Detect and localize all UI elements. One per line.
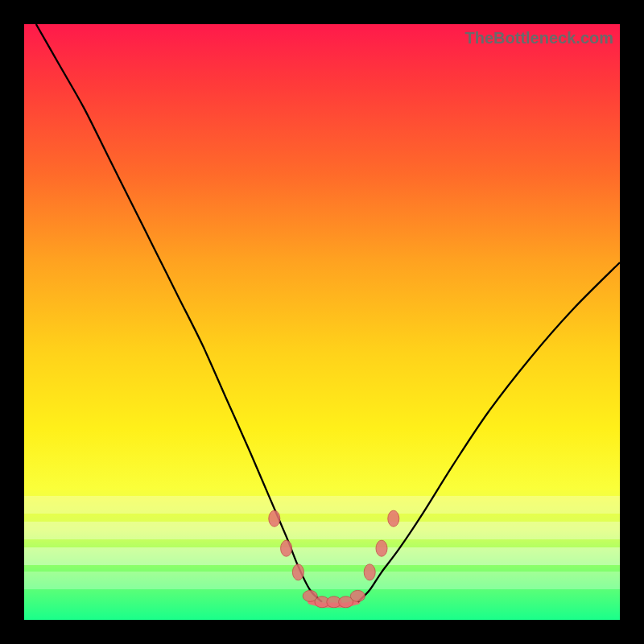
plot-area: TheBottleneck.com: [24, 24, 620, 620]
valley-marker: [364, 564, 375, 580]
valley-marker: [269, 510, 280, 526]
valley-marker: [376, 540, 387, 556]
curve-right-arm: [357, 262, 620, 602]
valley-marker: [350, 590, 365, 601]
curve-group: [36, 24, 620, 605]
valley-marker: [388, 510, 399, 526]
valley-marker: [281, 540, 292, 556]
valley-marker: [292, 564, 303, 580]
markers-group: [269, 510, 399, 608]
curve-svg: [24, 24, 620, 620]
chart-frame: TheBottleneck.com: [0, 0, 644, 644]
